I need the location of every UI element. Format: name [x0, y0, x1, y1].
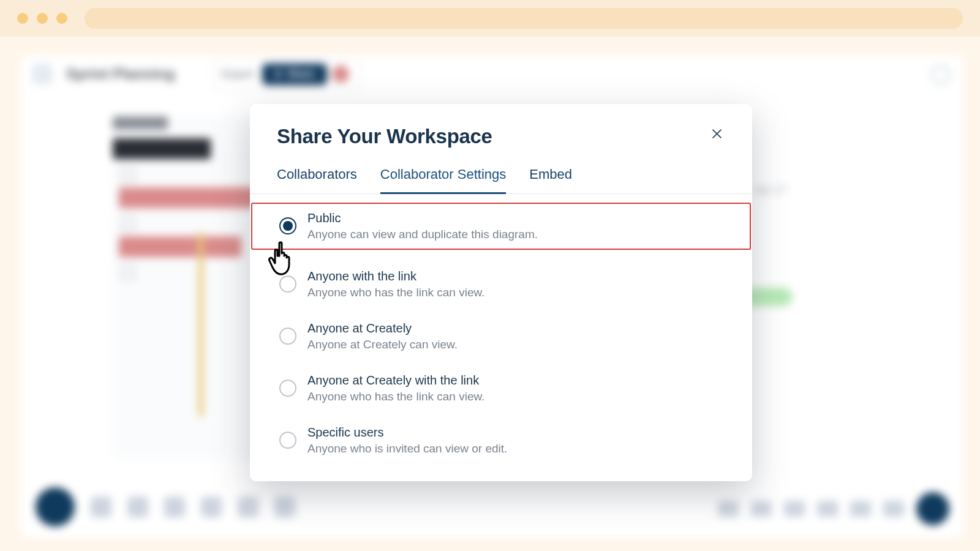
option-desc: Anyone can view and duplicate this diagr…	[307, 228, 538, 241]
tab-embed[interactable]: Embed	[529, 167, 572, 193]
dialog-tabs: Collaborators Collaborator Settings Embe…	[250, 148, 752, 194]
fit-icon[interactable]	[850, 501, 871, 517]
option-label: Anyone with the link	[307, 269, 484, 283]
visibility-options: Public Anyone can view and duplicate thi…	[250, 194, 752, 467]
tool-text-icon[interactable]	[201, 497, 222, 517]
close-button[interactable]	[708, 125, 725, 142]
tool-note-icon[interactable]	[164, 497, 185, 517]
traffic-dot	[37, 13, 48, 24]
zoom-in-icon[interactable]	[784, 501, 805, 517]
bottom-right-toolbar	[718, 492, 949, 525]
help-fab[interactable]	[916, 492, 949, 525]
browser-chrome	[0, 0, 980, 37]
tool-rect-icon[interactable]	[91, 497, 111, 517]
canvas-date: Apr 17	[754, 184, 786, 197]
radio-anyone-link[interactable]	[279, 276, 296, 293]
close-icon	[712, 129, 722, 138]
option-desc: Anyone who is invited can view or edit.	[307, 442, 507, 455]
option-label: Specific users	[307, 425, 507, 440]
tool-line-icon[interactable]	[238, 497, 258, 517]
radio-anyone-org-link[interactable]	[279, 380, 296, 397]
add-fab[interactable]	[36, 487, 75, 527]
radio-specific-users[interactable]	[279, 432, 296, 449]
option-label: Anyone at Creately	[307, 321, 458, 335]
radio-anyone-org[interactable]	[279, 328, 296, 345]
zoom-out-icon[interactable]	[718, 501, 739, 517]
export-button[interactable]: Export	[222, 68, 254, 81]
share-icon: ⟳	[274, 69, 282, 80]
share-button[interactable]: ⟳ Share	[262, 64, 326, 85]
avatar[interactable]	[332, 66, 349, 83]
option-label: Public	[307, 211, 538, 225]
radio-public[interactable]	[279, 217, 296, 234]
address-bar[interactable]	[85, 8, 963, 29]
window-controls	[17, 13, 67, 24]
option-public[interactable]: Public Anyone can view and duplicate thi…	[251, 203, 751, 250]
tool-frame-icon[interactable]	[127, 497, 148, 517]
document-title: Sprint Planning	[66, 66, 175, 83]
option-anyone-link[interactable]: Anyone with the link Anyone who has the …	[251, 258, 751, 310]
option-label: Anyone at Creately with the link	[307, 373, 484, 388]
zoom-slider[interactable]	[751, 501, 772, 517]
traffic-dot	[17, 13, 28, 24]
present-icon[interactable]	[883, 501, 904, 517]
tab-collaborators[interactable]: Collaborators	[277, 167, 357, 193]
traffic-dot	[56, 13, 67, 24]
bottom-toolbar	[36, 487, 295, 527]
zoom-level[interactable]	[817, 501, 838, 517]
option-desc: Anyone who has the link can view.	[307, 390, 484, 403]
sync-status-icon	[931, 65, 951, 84]
option-desc: Anyone who has the link can view.	[307, 286, 484, 299]
option-specific-users[interactable]: Specific users Anyone who is invited can…	[251, 414, 751, 467]
option-desc: Anyone at Creately can view.	[307, 338, 458, 351]
option-anyone-org-link[interactable]: Anyone at Creately with the link Anyone …	[251, 362, 751, 414]
menu-icon[interactable]	[32, 64, 53, 84]
tab-collaborator-settings[interactable]: Collaborator Settings	[380, 167, 506, 194]
option-anyone-org[interactable]: Anyone at Creately Anyone at Creately ca…	[251, 310, 751, 362]
dialog-title: Share Your Workspace	[277, 125, 492, 148]
tool-pen-icon[interactable]	[274, 497, 295, 517]
share-workspace-dialog: Share Your Workspace Collaborators Colla…	[250, 104, 752, 481]
share-button-label: Share	[287, 69, 314, 80]
